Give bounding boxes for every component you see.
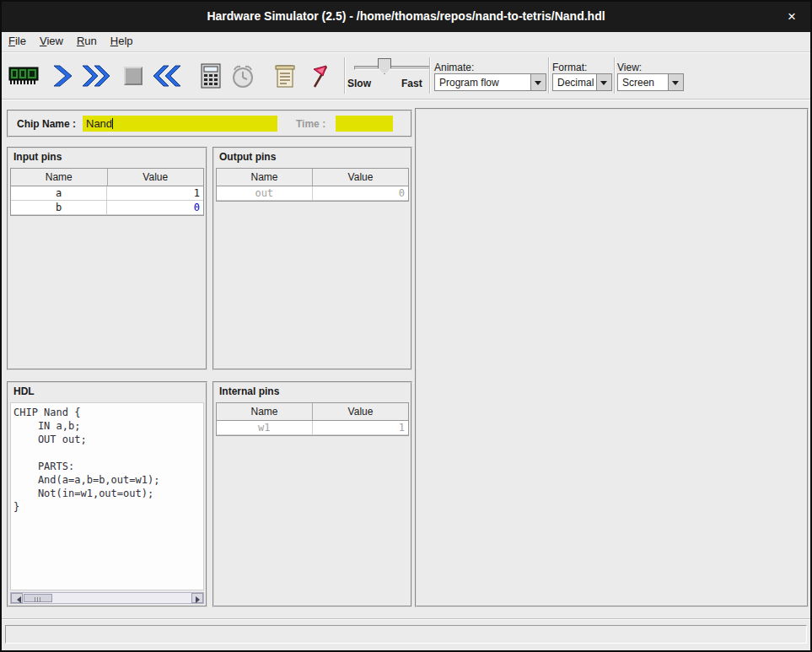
- chip-name-input[interactable]: Nand: [83, 116, 277, 132]
- view-selected-value: Screen: [622, 77, 654, 89]
- input-pins-title: Input pins: [13, 151, 62, 163]
- pin-name-cell: a: [11, 186, 107, 200]
- stop-button[interactable]: [116, 59, 150, 93]
- column-header-value: Value: [313, 403, 408, 420]
- toolbar-separator: [548, 57, 550, 94]
- column-header-name: Name: [217, 169, 313, 186]
- column-header-value: Value: [313, 169, 408, 186]
- table-row: w1 1: [217, 421, 408, 435]
- pin-value-cell[interactable]: 1: [107, 186, 203, 200]
- scrollbar-thumb[interactable]: [24, 594, 52, 602]
- view-label: View:: [617, 62, 642, 73]
- view-select[interactable]: Screen: [617, 73, 684, 91]
- status-bar: [5, 625, 807, 644]
- single-step-button[interactable]: [46, 59, 79, 93]
- column-header-name: Name: [217, 403, 313, 420]
- run-icon: [80, 63, 112, 89]
- chip-view-area: [415, 108, 809, 607]
- load-chip-button[interactable]: [7, 59, 40, 93]
- calculator-button[interactable]: [194, 59, 228, 93]
- chip-icon: [8, 64, 39, 88]
- menu-file[interactable]: File: [2, 32, 33, 47]
- chip-header-row: Chip Name : Nand Time :: [7, 110, 412, 137]
- internal-pins-table: Name Value w1 1: [216, 402, 409, 436]
- output-pins-table: Name Value out 0: [216, 168, 409, 202]
- reset-icon: [151, 63, 183, 89]
- chevron-down-icon[interactable]: [668, 74, 683, 90]
- clock-button[interactable]: [226, 59, 260, 93]
- calculator-icon: [199, 62, 223, 89]
- toolbar: Slow Fast Animate: Program flow Format: …: [2, 52, 810, 100]
- speed-slider-track[interactable]: [354, 66, 430, 70]
- hardware-simulator-window: Hardware Simulator (2.5) - /home/thomas/…: [0, 0, 812, 652]
- input-pins-panel: Input pins Name Value a 1 b 0: [7, 147, 207, 370]
- clock-icon: [230, 62, 255, 89]
- time-field: [336, 116, 393, 132]
- slider-slow-label: Slow: [347, 78, 371, 89]
- menu-run[interactable]: Run: [70, 32, 104, 47]
- output-pins-panel: Output pins Name Value out 0: [212, 147, 412, 370]
- window-title: Hardware Simulator (2.5) - /home/thomas/…: [2, 9, 810, 23]
- slider-fast-label: Fast: [401, 78, 422, 89]
- pin-name-cell: w1: [217, 421, 313, 434]
- hdl-title: HDL: [13, 385, 35, 397]
- animate-label: Animate:: [434, 62, 474, 73]
- menu-help[interactable]: Help: [104, 32, 140, 47]
- internal-pins-title: Internal pins: [219, 385, 279, 397]
- format-label: Format:: [552, 62, 587, 73]
- format-selected-value: Decimal: [557, 77, 594, 89]
- pin-value-cell: 1: [313, 421, 409, 434]
- single-step-icon: [50, 63, 75, 89]
- text-caret: [112, 118, 113, 129]
- script-button[interactable]: [268, 59, 302, 93]
- run-button[interactable]: [79, 59, 113, 93]
- close-icon[interactable]: ×: [783, 8, 800, 25]
- stop-icon: [124, 67, 143, 85]
- toolbar-separator: [344, 57, 346, 94]
- table-header: Name Value: [11, 169, 203, 186]
- toolbar-separator: [429, 57, 431, 94]
- table-header: Name Value: [217, 403, 408, 421]
- input-pins-table: Name Value a 1 b 0: [10, 168, 204, 216]
- reset-button[interactable]: [150, 59, 184, 93]
- breakpoint-icon: [309, 62, 332, 89]
- scroll-right-icon[interactable]: [191, 593, 203, 603]
- output-pins-title: Output pins: [219, 151, 276, 163]
- column-header-value: Value: [108, 169, 204, 186]
- animate-select[interactable]: Program flow: [434, 73, 546, 91]
- titlebar[interactable]: Hardware Simulator (2.5) - /home/thomas/…: [2, 2, 810, 32]
- chevron-down-icon[interactable]: [530, 74, 546, 90]
- time-label: Time :: [296, 118, 325, 130]
- script-icon: [273, 62, 297, 89]
- animate-selected-value: Program flow: [439, 77, 499, 89]
- pin-name-cell: b: [11, 201, 107, 214]
- pin-name-cell: out: [217, 186, 313, 200]
- chip-name-label: Chip Name :: [17, 118, 76, 130]
- hdl-panel: HDL CHIP Nand { IN a,b; OUT out; PARTS: …: [7, 381, 207, 607]
- table-header: Name Value: [217, 169, 408, 186]
- format-select[interactable]: Decimal: [552, 73, 612, 91]
- speed-slider-thumb[interactable]: [378, 58, 391, 74]
- breakpoint-button[interactable]: [304, 59, 337, 93]
- status-separator: [2, 618, 810, 619]
- toolbar-separator: [614, 57, 616, 94]
- chip-name-value: Nand: [86, 117, 112, 130]
- menubar: FileViewRunHelp: [2, 32, 810, 52]
- column-header-name: Name: [11, 169, 108, 186]
- chevron-down-icon[interactable]: [596, 74, 611, 90]
- hdl-horizontal-scrollbar[interactable]: [10, 592, 204, 604]
- table-row: b 0: [11, 201, 203, 215]
- hdl-code: CHIP Nand { IN a,b; OUT out; PARTS: And(…: [13, 406, 203, 514]
- internal-pins-panel: Internal pins Name Value w1 1: [212, 381, 412, 607]
- hdl-code-view: CHIP Nand { IN a,b; OUT out; PARTS: And(…: [10, 402, 204, 590]
- table-row: a 1: [11, 186, 203, 201]
- menu-view[interactable]: View: [33, 32, 70, 47]
- pin-value-cell[interactable]: 0: [107, 201, 203, 214]
- table-row: out 0: [217, 186, 408, 201]
- pin-value-cell: 0: [313, 186, 409, 200]
- scroll-left-icon[interactable]: [11, 593, 23, 603]
